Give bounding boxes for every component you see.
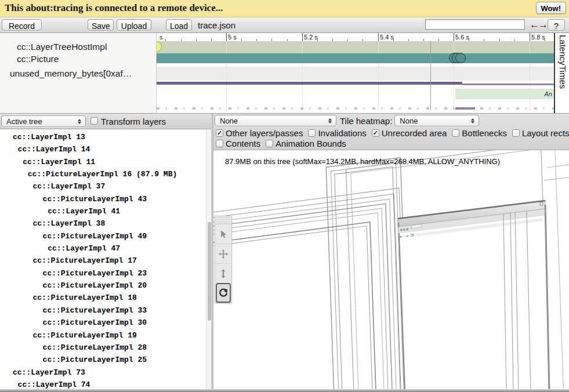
select-tool-button[interactable] — [215, 224, 231, 244]
tracing-app: This about:tracing is connected to a rem… — [0, 0, 569, 392]
tree-mode-value: Active tree — [2, 117, 75, 126]
tree-row[interactable]: cc::PictureLayerImpl 30 — [0, 317, 206, 329]
ruler-minor-tick — [438, 39, 439, 41]
tree-row[interactable]: cc::LayerImpl 37 — [0, 180, 206, 193]
tool-palette — [215, 216, 232, 303]
palette-grip[interactable] — [216, 217, 230, 223]
tree-scrollbar-thumb[interactable] — [208, 222, 211, 321]
ruler-minor-tick — [241, 39, 242, 41]
checkbox-unrecorded-area[interactable]: ✓ — [372, 129, 379, 137]
tree-row[interactable]: cc::PictureLayerImpl 16 (87.9 MB) — [0, 168, 206, 180]
tree-row[interactable]: cc::LayerImpl 73 — [0, 366, 206, 379]
save-button[interactable]: Save — [88, 19, 114, 31]
checkbox-bottlenecks[interactable] — [452, 129, 459, 137]
upload-button[interactable]: Upload — [117, 19, 151, 31]
animation-range-bar[interactable]: An — [455, 89, 554, 99]
zoom-tool-button[interactable] — [215, 263, 231, 283]
gridline — [530, 41, 530, 110]
ruler-tick-label: 5.4 s — [380, 34, 394, 41]
tree-row[interactable]: cc::PictureLayerImpl 33 — [0, 304, 206, 317]
picture-event-dots[interactable] — [449, 52, 470, 64]
cursor-icon — [219, 230, 228, 239]
tree-row[interactable]: cc::PictureLayerImpl 49 — [0, 230, 206, 242]
pan-tool-button[interactable] — [215, 244, 231, 263]
checkbox-contents[interactable] — [216, 140, 223, 147]
traffic-light-icon — [403, 228, 405, 231]
memory-counter-high[interactable] — [157, 82, 462, 85]
animation-annotation: An — [545, 90, 552, 97]
tree-row[interactable]: cc::LayerImpl 47 — [0, 242, 206, 255]
viewer-controls: None Tile heatmap: None ✓Other layers/pa… — [213, 114, 569, 150]
ruler-minor-tick — [165, 39, 166, 41]
gridline — [302, 41, 303, 110]
checkbox-item: Contents — [216, 139, 260, 148]
tree-row[interactable]: cc::LayerImpl 14 — [0, 143, 206, 155]
selection-select[interactable]: None — [215, 115, 336, 126]
tree-row[interactable]: cc::PictureLayerImpl 18 — [0, 292, 206, 304]
ruler-tick-label: s — [160, 34, 163, 41]
checkbox-invalidations[interactable] — [308, 129, 316, 137]
checkbox-label: Other layers/passes — [226, 128, 303, 138]
checkbox-animation-bounds[interactable] — [266, 140, 273, 147]
ruler-minor-tick — [393, 39, 394, 41]
checkbox-other-layers-passes[interactable]: ✓ — [216, 129, 223, 137]
tree-control-bar: Active tree Transform layers — [0, 114, 211, 129]
ruler-minor-tick — [363, 39, 363, 41]
ruler-minor-tick — [332, 39, 333, 41]
tree-row[interactable]: cc::PictureLayerImpl 28 — [0, 342, 206, 354]
tree-scrollbar[interactable] — [206, 129, 211, 389]
tree-row[interactable]: cc::PictureLayerImpl 23 — [0, 267, 206, 280]
tree-row[interactable]: cc::PictureLayerImpl 17 — [0, 255, 206, 267]
rotate-tool-button[interactable] — [216, 283, 231, 303]
timeline-plot[interactable]: An s5 s5.2 s5.4 s5.6 s5.8 s — [157, 33, 554, 113]
memory-counter-low[interactable] — [462, 84, 554, 85]
wow-button[interactable]: Wow! — [536, 2, 566, 14]
record-button[interactable]: Record — [2, 19, 42, 31]
ruler-major-tick — [454, 33, 454, 41]
tree-row[interactable]: cc::LayerImpl 38 — [0, 217, 206, 230]
track-unused-memory[interactable] — [157, 67, 554, 81]
help-button[interactable]: ? — [548, 19, 565, 31]
layer-viewer-canvas[interactable]: 87.9MB on this tree (softMax=134.2MB, ha… — [213, 150, 569, 392]
checkbox-layout-rects[interactable] — [512, 129, 520, 137]
ruler-minor-tick — [499, 39, 500, 41]
tree-row[interactable]: cc::PictureLayerImpl 25 — [0, 354, 206, 366]
tree-mode-select[interactable]: Active tree — [1, 115, 86, 127]
checkbox-label: Invalidations — [318, 128, 366, 138]
move-icon — [218, 249, 229, 259]
tree-row[interactable]: cc::LayerImpl 74 — [0, 379, 206, 389]
timeline-panel: cc::LayerTreeHostImpl cc::Picture unused… — [0, 33, 569, 113]
track-label-layertreehostimpl[interactable]: cc::LayerTreeHostImpl — [17, 42, 107, 52]
find-next-arrow[interactable]: → — [538, 19, 548, 31]
trace-filename: trace.json — [198, 20, 235, 30]
tree-row[interactable]: cc::LayerImpl 11 — [0, 156, 206, 168]
tree-row[interactable]: cc::LayerImpl 41 — [0, 205, 206, 217]
tree-row[interactable]: cc::PictureLayerImpl 43 — [0, 193, 206, 205]
ruler-minor-tick — [287, 39, 288, 41]
find-input[interactable] — [425, 19, 525, 30]
track-label-unused-memory[interactable]: unused_memory_bytes[0xaf… — [10, 68, 132, 79]
traffic-light-icon — [400, 229, 403, 231]
time-marker-line — [430, 41, 431, 110]
transform-layers-checkbox[interactable] — [90, 117, 98, 125]
tree-row[interactable]: cc::LayerImpl 13 — [0, 131, 206, 143]
ruler-tick-label: 5.6 s — [455, 34, 469, 41]
checkbox-label: Layout rects — [522, 128, 569, 138]
layer-wireframe[interactable]: ←→⟳ — [213, 150, 569, 392]
checkbox-item: Layout rects — [512, 128, 569, 138]
ruler-minor-tick — [256, 39, 257, 41]
track-label-picture[interactable]: cc::Picture — [17, 54, 59, 64]
tree-row[interactable]: cc::PictureLayerImpl 20 — [0, 280, 206, 292]
viewer-checkbox-row-2: ContentsAnimation Bounds — [216, 139, 346, 148]
ruler-major-tick — [530, 33, 530, 41]
ruler-minor-tick — [196, 39, 197, 41]
track-layertreehostimpl[interactable] — [157, 41, 554, 53]
checkbox-label: Unrecorded area — [382, 128, 447, 138]
tree-row[interactable]: cc::PictureLayerImpl 19 — [0, 329, 206, 342]
ruler-major-tick — [302, 33, 303, 41]
tile-heatmap-select[interactable]: None — [394, 115, 479, 126]
track-picture[interactable] — [157, 53, 554, 64]
banner-message: This about:tracing is connected to a rem… — [5, 2, 223, 14]
load-button[interactable]: Load — [166, 19, 192, 31]
layer-tree-panel: Active tree Transform layers cc::LayerIm… — [0, 114, 211, 392]
